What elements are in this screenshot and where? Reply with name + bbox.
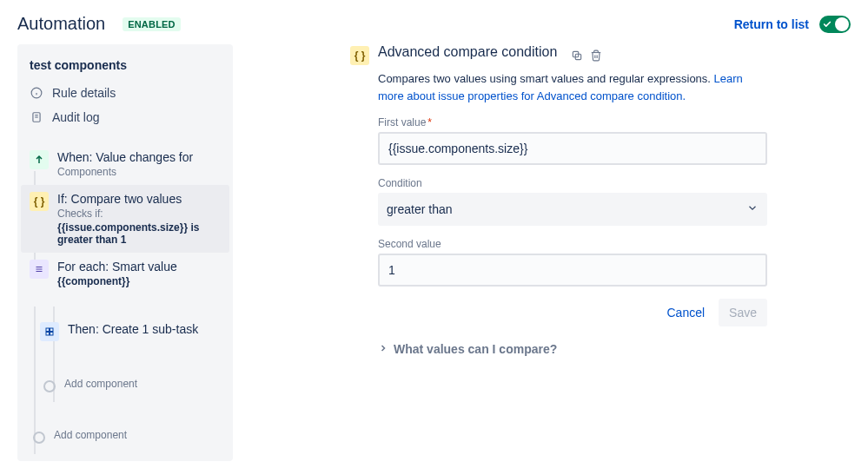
- page-header: Automation ENABLED Return to list: [17, 14, 851, 34]
- add-circle-icon: [33, 432, 45, 444]
- svg-rect-11: [50, 328, 54, 332]
- add-component-label: Add component: [54, 429, 127, 441]
- rule-step-detail: {{issue.components.size}} is greater tha…: [57, 221, 221, 246]
- second-value-label: Second value: [378, 238, 767, 250]
- main-panel: { } Advanced compare condition Compares …: [350, 44, 767, 356]
- rule-step-sub: Components: [57, 166, 193, 178]
- rule-step-trigger[interactable]: When: Value changes for Components: [21, 143, 229, 185]
- add-component-label: Add component: [64, 378, 137, 390]
- condition-select[interactable]: greater than: [378, 193, 767, 226]
- rule-step-label: When: Value changes for: [57, 150, 193, 164]
- rule-step-action[interactable]: Then: Create 1 sub-task: [21, 315, 229, 348]
- rule-step-label: Then: Create 1 sub-task: [68, 322, 198, 336]
- svg-rect-12: [46, 333, 50, 336]
- document-icon: [30, 110, 43, 124]
- check-icon: [823, 20, 832, 29]
- condition-icon: { }: [30, 192, 49, 211]
- rule-step-label: If: Compare two values: [57, 192, 221, 206]
- rule-step-condition[interactable]: { } If: Compare two values Checks if: {{…: [21, 185, 229, 253]
- copy-icon[interactable]: [569, 48, 585, 63]
- nav-label: Rule details: [52, 86, 116, 100]
- svg-rect-13: [50, 333, 54, 336]
- condition-icon: { }: [350, 46, 369, 65]
- chevron-right-icon: [378, 342, 388, 356]
- info-icon: [30, 86, 43, 100]
- action-icon: [40, 322, 59, 341]
- first-value-input[interactable]: [378, 132, 767, 165]
- main-description: Compares two values using smart values a…: [378, 70, 767, 104]
- rule-step-branch[interactable]: For each: Smart value {{component}}: [21, 253, 229, 294]
- nav-label: Audit log: [52, 110, 99, 124]
- rule-step-detail: {{component}}: [57, 275, 177, 287]
- svg-rect-10: [46, 328, 50, 332]
- condition-label: Condition: [378, 177, 767, 189]
- trigger-icon: [30, 150, 49, 169]
- second-value-input[interactable]: [378, 254, 767, 287]
- trash-icon[interactable]: [588, 48, 604, 63]
- add-component-outer[interactable]: Add component: [21, 422, 229, 451]
- first-value-label: First value*: [378, 116, 767, 129]
- save-button[interactable]: Save: [719, 299, 767, 326]
- return-to-list-link[interactable]: Return to list: [734, 17, 809, 31]
- nav-rule-details[interactable]: Rule details: [17, 81, 233, 105]
- branch-icon: [30, 260, 49, 279]
- status-badge: ENABLED: [123, 17, 181, 31]
- page-title: Automation: [17, 14, 105, 34]
- values-expander[interactable]: What values can I compare?: [378, 342, 767, 356]
- rule-steps-list: When: Value changes for Components { } I…: [17, 140, 233, 451]
- cancel-button[interactable]: Cancel: [656, 299, 715, 326]
- rule-name: test components: [17, 55, 233, 81]
- rule-step-label: For each: Smart value: [57, 260, 177, 274]
- nav-audit-log[interactable]: Audit log: [17, 105, 233, 129]
- add-component-inner[interactable]: Add component: [21, 371, 229, 399]
- rule-sidebar: test components Rule details Audit log: [17, 44, 233, 461]
- add-circle-icon: [43, 380, 56, 392]
- main-title: Advanced compare condition: [378, 44, 557, 60]
- rule-step-sub: Checks if:: [57, 208, 221, 220]
- rule-enabled-toggle[interactable]: [819, 16, 851, 33]
